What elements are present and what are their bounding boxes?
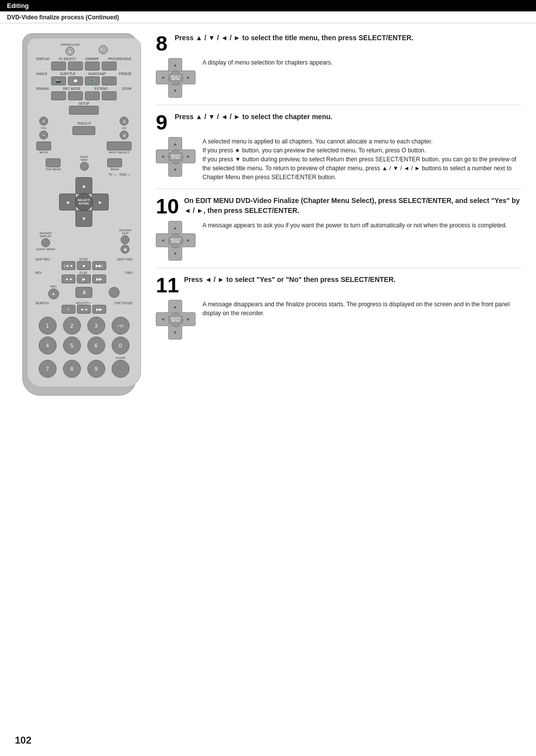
ch-down-button[interactable]: ∨ (120, 131, 129, 139)
instructions-column: 8 Press ▲ / ▼ / ◄ / ► to select the titl… (156, 33, 521, 396)
vol-down-button[interactable]: − (39, 131, 48, 139)
mini-dpad-center-10: SELECT/ENTER (168, 233, 183, 248)
skip-rev-button[interactable]: |◄◄ (62, 261, 75, 270)
step-8-block: 8 Press ▲ / ▼ / ◄ / ► to select the titl… (156, 33, 521, 105)
step-11-block: 11 Press ◄ / ► to select "Yes" or "No" t… (156, 275, 521, 346)
transport-labels-top: SKIP REV STOP SKIP FWD (34, 258, 134, 261)
progressive-label: PROGRESSIVE (108, 57, 132, 61)
zoom-button[interactable] (102, 91, 117, 100)
power-button[interactable]: I/◌ (99, 45, 108, 54)
ch-label: CH (122, 127, 127, 130)
num5-button[interactable]: 5 (63, 337, 81, 354)
display-button[interactable] (51, 62, 66, 70)
vol-label: VOL (41, 127, 47, 130)
timeslip-button[interactable] (72, 126, 95, 135)
search-adjust-row: T ◄◄ ▶▶ (34, 305, 134, 314)
mini-dpad-right-10: ► (182, 233, 196, 247)
progressive-button[interactable] (102, 62, 117, 70)
mute-button[interactable] (36, 141, 51, 150)
num8-button[interactable]: 8 (63, 360, 81, 378)
vol-up-button[interactable]: + (39, 117, 48, 126)
num-plus10-button[interactable]: +10 (112, 317, 130, 335)
vol-controls: + VOL − (39, 117, 48, 139)
step-9-header: 9 Press ▲ / ▼ / ◄ / ► to select the chap… (156, 112, 521, 133)
rec-button[interactable]: ● (48, 288, 59, 299)
rev-button[interactable]: ◄◄ (62, 275, 75, 283)
ch-up-button[interactable]: ∧ (120, 117, 129, 126)
search-labels: SEARCH · ADJUST+ CHP DIVIDE (34, 301, 134, 305)
easy-navi-button[interactable] (80, 162, 89, 171)
dpad-up-button[interactable]: ▲ (75, 177, 92, 194)
num3-button[interactable]: 3 (87, 317, 105, 335)
fl-select-label: FL SELECT (59, 57, 76, 61)
dvd-label: DVD — (120, 173, 131, 176)
select-enter-button[interactable]: SELECT/ENTER (75, 193, 93, 211)
mini-dpad-down: ▼ (168, 84, 182, 98)
step-9-block: 9 Press ▲ / ▼ / ◄ / ► to select the chap… (156, 112, 521, 189)
dimmer-button[interactable] (85, 62, 100, 70)
remain-button[interactable] (51, 91, 66, 100)
step-9-number: 9 (156, 112, 170, 133)
num1-button[interactable]: 1 (39, 317, 57, 335)
mini-dpad-up-9: ▲ (168, 137, 182, 151)
subtitle-label: SUBTITLE (60, 72, 75, 75)
menu-button[interactable] (107, 158, 122, 167)
rec-mode-button[interactable] (68, 91, 83, 100)
mini-dpad-right-9: ► (182, 149, 196, 163)
step-9-body: ▲ ▼ ◄ ► SELECT/ENTER A selected menu is … (156, 137, 521, 182)
extend-label: EXTEND (95, 87, 108, 90)
num0-button[interactable]: 0 (112, 337, 130, 354)
skip-stop-row: |◄◄ ■ ▶▶| (34, 261, 134, 270)
skip-fwd-button[interactable]: ▶▶| (92, 261, 106, 270)
mini-dpad-down-10: ▼ (168, 247, 182, 261)
freeze-button[interactable] (102, 76, 117, 85)
rec-mode-label: REC MODE (63, 87, 80, 90)
instant-skip-button[interactable] (121, 235, 130, 244)
extra-round-button[interactable] (109, 287, 120, 298)
mini-dpad-center-9: SELECT/ENTER (168, 149, 183, 164)
dpad-down-button[interactable]: ▼ (75, 210, 92, 227)
remote-control-column: OPEN/CLOSE ▲ I/◌ DISPLAY FL SELECT DIMME… (15, 33, 144, 396)
stop-button[interactable]: ■ (77, 261, 91, 270)
instant-replay-button[interactable] (41, 238, 50, 247)
input-select-button[interactable] (107, 141, 132, 150)
tv-label: TV — (108, 173, 117, 176)
mini-dpad-up: ▲ (168, 58, 182, 72)
num2-button[interactable]: 2 (63, 317, 81, 335)
dpad-right-button[interactable]: ► (92, 194, 109, 210)
fwd-button[interactable]: ▶▶ (92, 275, 106, 283)
star-button[interactable]: ★ (121, 245, 130, 254)
quick-menu-label: QUICK MENU (36, 248, 55, 251)
step-11-body: ▲ ▼ ◄ ► SELECT/ENTER A message disappear… (156, 300, 521, 340)
instant-skip-label: INSTANTSKIP (119, 229, 132, 235)
instant-replay-label: INSTANTREPLAY (40, 232, 52, 238)
dpad-left-button[interactable]: ◄ (59, 194, 76, 210)
step-11-desc: A message disappears and the finalize pr… (202, 300, 521, 318)
step-10-desc: A message appears to ask you if you want… (202, 221, 507, 230)
extend-button[interactable] (85, 91, 100, 100)
num9-button[interactable]: 9 (87, 360, 105, 378)
setup-button[interactable] (69, 106, 99, 115)
clear-button[interactable] (112, 360, 130, 378)
adjust-plus-button[interactable]: ▶▶ (92, 305, 106, 314)
fl-select-button[interactable] (68, 62, 83, 70)
transport-labels-mid: REV PLAY FWD (34, 271, 134, 275)
adjust-minus-button[interactable]: ◄◄ (77, 305, 91, 314)
mini-dpad-right-11: ► (182, 312, 196, 326)
open-close-button[interactable]: ▲ (66, 47, 74, 56)
pause-button[interactable]: ⏸ (75, 287, 92, 298)
mini-dpad-left-10: ◄ (156, 233, 170, 247)
num6-button[interactable]: 6 (87, 337, 105, 354)
num7-button[interactable]: 7 (39, 360, 57, 378)
remote-control: OPEN/CLOSE ▲ I/◌ DISPLAY FL SELECT DIMME… (22, 33, 136, 396)
mini-dpad-left-9: ◄ (156, 149, 170, 163)
angle-button[interactable]: 📷 (51, 76, 66, 85)
subtitle-button[interactable]: 💬 (68, 76, 83, 85)
num4-button[interactable]: 4 (39, 337, 57, 354)
play-button[interactable]: ▶ (77, 275, 91, 283)
top-menu-button[interactable] (46, 158, 61, 167)
step-9-dpad: ▲ ▼ ◄ ► SELECT/ENTER (156, 137, 196, 177)
search-t-button[interactable]: T (62, 305, 75, 314)
audio-sap-button[interactable]: 🔊 (85, 76, 100, 85)
dpad: ▲ ▼ ◄ ► SELECT/ENTER (59, 177, 109, 227)
